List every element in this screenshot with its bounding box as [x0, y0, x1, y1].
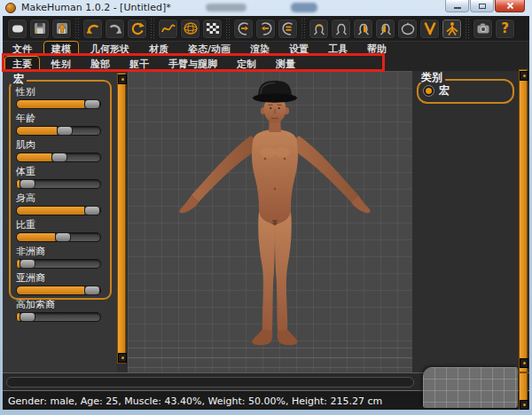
slider-handle[interactable]: [20, 179, 35, 189]
redo-icon[interactable]: [105, 19, 125, 39]
maximize-button[interactable]: [470, 0, 494, 12]
app-logo-icon: [5, 3, 16, 13]
menu-tab-help[interactable]: 帮助: [359, 41, 395, 58]
sub-tab-torso[interactable]: 躯干: [121, 56, 157, 73]
title-bar[interactable]: MakeHuman 1.0.2 - [Untitled]*: [0, 0, 532, 16]
undo-icon[interactable]: [82, 19, 103, 39]
menu-tab-rendering[interactable]: 渲染: [242, 41, 278, 58]
slider-track[interactable]: [16, 99, 101, 109]
human-model: [128, 71, 412, 372]
macro-sliders: 性别 年龄 肌肉: [16, 87, 105, 326]
sub-tab-gender[interactable]: 性别: [43, 56, 79, 73]
camera-icon[interactable]: [473, 19, 493, 39]
save-icon[interactable]: [29, 19, 50, 39]
slider-track[interactable]: [16, 153, 101, 162]
body-figure-icon[interactable]: [442, 19, 462, 39]
minimize-icon: [454, 7, 461, 9]
macro-radio-label: 宏: [439, 85, 450, 97]
head-left-half-icon[interactable]: [375, 19, 395, 39]
scrollbar-button[interactable]: [520, 400, 528, 410]
category-panel: 类别 宏: [412, 71, 519, 372]
window-controls: [444, 0, 525, 12]
scrollbar-button[interactable]: [118, 353, 127, 363]
slider-track[interactable]: [16, 312, 101, 322]
new-document-icon[interactable]: [7, 19, 27, 39]
sub-tab-main[interactable]: 主要: [4, 56, 40, 73]
slider-handle[interactable]: [20, 312, 35, 322]
menu-tab-materials[interactable]: 材质: [141, 41, 176, 58]
sub-tab-measure[interactable]: 测量: [268, 56, 303, 73]
slider-track[interactable]: [16, 206, 101, 215]
head-right-half-icon[interactable]: [353, 19, 373, 39]
slider-handle[interactable]: [57, 126, 73, 136]
menu-tab-file[interactable]: 文件: [4, 41, 40, 58]
main-area: 宏 性别 年龄: [3, 71, 529, 372]
sub-tab-face[interactable]: 脸部: [82, 56, 118, 73]
minimize-button[interactable]: [445, 0, 469, 12]
slider-track[interactable]: [16, 259, 101, 269]
slider-asian: 亚洲裔: [16, 273, 105, 295]
model-torso: [252, 129, 298, 223]
viewport-left-scrollbar[interactable]: [117, 73, 126, 364]
model-arm-right: [292, 136, 358, 202]
radio-selected-dot: [426, 88, 432, 94]
progress-bar: [6, 377, 414, 388]
slider-handle[interactable]: [84, 286, 100, 295]
scrollbar-button[interactable]: [520, 71, 528, 81]
help-icon[interactable]: ?: [495, 19, 515, 39]
model-arm-left: [192, 136, 258, 202]
scrollbar-button[interactable]: [520, 358, 528, 368]
slider-height: 身高: [16, 193, 105, 215]
slider-caucasian: 高加索裔: [16, 300, 105, 322]
wireframe-globe-icon[interactable]: [180, 19, 200, 39]
reset-icon[interactable]: [127, 19, 147, 39]
slider-gender: 性别: [16, 87, 105, 109]
slider-track[interactable]: [16, 286, 101, 295]
menu-tab-settings[interactable]: 设置: [281, 41, 317, 58]
toolbar-separator: [465, 18, 471, 39]
menu-tab-bar: 文件 建模 几何形状 材质 姿态/动画 渲染 设置 工具 帮助: [3, 41, 529, 56]
slider-track[interactable]: [16, 126, 101, 136]
slider-handle[interactable]: [55, 232, 71, 242]
slider-handle[interactable]: [84, 206, 100, 215]
window-title: MakeHuman 1.0.2 - [Untitled]*: [21, 2, 171, 13]
viewport-3d[interactable]: [128, 71, 412, 372]
slider-handle[interactable]: [84, 99, 100, 109]
menu-tab-modelling[interactable]: 建模: [43, 41, 79, 58]
face-rotate-right-icon[interactable]: [233, 19, 254, 39]
menu-tab-pose-animate[interactable]: 姿态/动画: [180, 41, 239, 58]
app-client-area: ? 文件 建模 几何形状 材质 姿态/动画 渲染 设置 工具 帮助 主要 性别 …: [3, 16, 529, 410]
texture-checker-icon[interactable]: [202, 19, 223, 39]
scrollbar-button[interactable]: [118, 74, 127, 84]
watermark-blur: [291, 3, 317, 12]
head-hair-icon[interactable]: [309, 19, 329, 39]
sub-tab-bar: 主要 性别 脸部 躯干 手臂与腿脚 定制 测量: [3, 56, 529, 72]
head-top-view-icon[interactable]: [397, 19, 418, 39]
hands-icon[interactable]: [419, 19, 440, 39]
load-icon[interactable]: [51, 19, 72, 39]
grid-texture-artifact: [423, 367, 518, 408]
toolbar-separator: [150, 18, 156, 39]
slider-handle[interactable]: [51, 153, 67, 162]
main-toolbar: ?: [3, 16, 529, 41]
face-rotate-left-icon[interactable]: [255, 19, 276, 39]
close-button[interactable]: [495, 0, 525, 12]
head-plain-icon[interactable]: [331, 19, 351, 39]
watermark-blur: [206, 4, 246, 12]
maximize-icon: [479, 4, 486, 9]
sub-tab-custom[interactable]: 定制: [229, 56, 264, 73]
menu-tab-geometries[interactable]: 几何形状: [82, 41, 137, 58]
makehuman-window: MakeHuman 1.0.2 - [Untitled]*: [0, 0, 532, 415]
macro-radio-button[interactable]: [423, 85, 434, 97]
slider-handle[interactable]: [20, 259, 35, 269]
slider-track[interactable]: [16, 179, 101, 189]
macro-group-title: 宏: [11, 74, 27, 84]
slider-track[interactable]: [16, 232, 101, 242]
toolbar-separator: [225, 18, 231, 39]
sub-tab-arms-legs[interactable]: 手臂与腿脚: [160, 56, 225, 73]
smooth-icon[interactable]: [158, 19, 178, 39]
viewport-right-scrollbar[interactable]: [519, 69, 528, 372]
face-reset-icon[interactable]: [278, 19, 298, 39]
lower-right-scrollbar[interactable]: [519, 372, 528, 410]
menu-tab-utilities[interactable]: 工具: [320, 41, 356, 58]
